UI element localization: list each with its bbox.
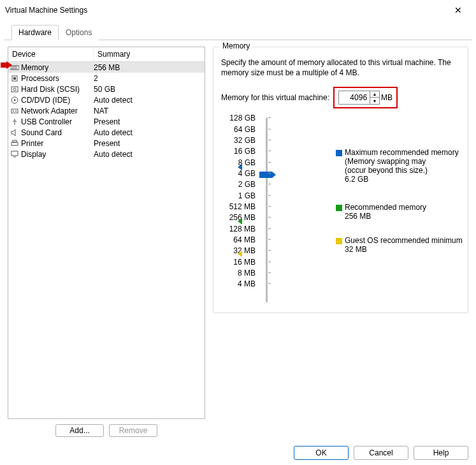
svg-point-8 bbox=[13, 88, 16, 91]
marker-max-icon bbox=[238, 164, 242, 170]
svg-marker-0 bbox=[1, 61, 12, 69]
svg-point-13 bbox=[15, 110, 17, 112]
device-summary: Auto detect bbox=[94, 128, 203, 137]
usb-icon bbox=[10, 117, 20, 126]
col-summary[interactable]: Summary bbox=[94, 47, 205, 61]
scale-label: 64 GB bbox=[221, 125, 256, 134]
scale-tick bbox=[268, 195, 271, 196]
svg-point-12 bbox=[13, 110, 14, 112]
scale-tick bbox=[268, 228, 271, 229]
svg-rect-17 bbox=[11, 151, 18, 156]
memory-legend: Memory bbox=[220, 41, 252, 50]
svg-rect-11 bbox=[11, 109, 18, 113]
device-summary: 256 MB bbox=[94, 63, 203, 72]
ok-button[interactable]: OK bbox=[294, 446, 349, 460]
svg-rect-6 bbox=[13, 77, 16, 80]
legend-min: Guest OS recommended minimum 32 MB bbox=[336, 236, 463, 254]
printer-icon bbox=[10, 139, 20, 148]
device-name: Sound Card bbox=[21, 128, 94, 137]
scale-label: 2 GB bbox=[221, 180, 256, 189]
add-button[interactable]: Add... bbox=[55, 424, 104, 437]
svg-point-10 bbox=[14, 99, 16, 101]
memory-scale-labels: 128 GB64 GB32 GB16 GB8 GB4 GB2 GB1 GB512… bbox=[221, 117, 259, 302]
scale-label: 16 GB bbox=[221, 147, 256, 156]
col-device[interactable]: Device bbox=[8, 47, 94, 61]
device-summary: Auto detect bbox=[94, 96, 203, 105]
scale-label: 512 MB bbox=[221, 202, 256, 211]
device-row-processors[interactable]: Processors2 bbox=[8, 73, 205, 84]
scale-label: 1 GB bbox=[221, 191, 256, 200]
scale-label: 8 MB bbox=[221, 269, 256, 277]
device-row-cd-dvd-ide-[interactable]: CD/DVD (IDE)Auto detect bbox=[8, 94, 205, 105]
scale-tick bbox=[268, 129, 271, 129]
spinner-up-icon[interactable]: ▲ bbox=[370, 91, 379, 98]
memory-slider-track[interactable] bbox=[262, 117, 271, 302]
scale-label: 16 MB bbox=[221, 258, 256, 267]
device-name: Hard Disk (SCSI) bbox=[21, 85, 94, 94]
device-name: Processors bbox=[21, 74, 94, 83]
remove-button: Remove bbox=[109, 424, 157, 437]
svg-rect-15 bbox=[11, 142, 18, 145]
svg-rect-7 bbox=[11, 87, 18, 92]
help-button[interactable]: Help bbox=[414, 446, 468, 460]
close-icon[interactable]: ✕ bbox=[445, 5, 471, 15]
memory-description: Specify the amount of memory allocated t… bbox=[221, 57, 460, 78]
memory-unit: MB bbox=[381, 93, 393, 102]
device-table-header: Device Summary bbox=[8, 47, 205, 62]
square-icon bbox=[336, 238, 342, 244]
device-name: Network Adapter bbox=[21, 107, 94, 115]
device-name: Printer bbox=[21, 139, 94, 148]
device-summary: Present bbox=[94, 117, 203, 126]
device-row-display[interactable]: DisplayAuto detect bbox=[8, 149, 205, 159]
scale-tick bbox=[268, 250, 271, 251]
scale-label: 64 MB bbox=[221, 235, 256, 244]
network-icon bbox=[10, 107, 20, 115]
memory-group: Memory Specify the amount of memory allo… bbox=[213, 47, 468, 313]
scale-tick bbox=[268, 184, 271, 184]
device-row-sound-card[interactable]: Sound CardAuto detect bbox=[8, 127, 205, 138]
square-icon bbox=[336, 150, 342, 156]
cancel-button[interactable]: Cancel bbox=[354, 446, 408, 460]
scale-tick bbox=[268, 283, 271, 284]
device-name: Display bbox=[21, 150, 94, 159]
memory-input-highlight: ▲ ▼ MB bbox=[333, 87, 398, 108]
device-table[interactable]: Device Summary Memory256 MBProcessors2Ha… bbox=[8, 47, 205, 419]
tab-bar: Hardware Options bbox=[4, 20, 472, 40]
scale-tick bbox=[268, 173, 271, 173]
scale-tick bbox=[268, 140, 271, 140]
device-summary: Auto detect bbox=[94, 150, 203, 159]
device-name: USB Controller bbox=[21, 117, 94, 126]
device-row-network-adapter[interactable]: Network AdapterNAT bbox=[8, 105, 205, 116]
scale-tick bbox=[268, 162, 271, 163]
scale-tick bbox=[268, 217, 271, 218]
square-icon bbox=[336, 205, 342, 211]
scale-tick bbox=[268, 239, 271, 240]
device-summary: Present bbox=[94, 139, 203, 148]
window-title: Virtual Machine Settings bbox=[5, 6, 445, 15]
legend-max: Maximum recommended memory (Memory swapp… bbox=[336, 148, 459, 184]
tab-options[interactable]: Options bbox=[59, 25, 99, 40]
scale-tick bbox=[268, 206, 271, 207]
scale-label: 128 MB bbox=[221, 225, 256, 233]
marker-min-icon bbox=[238, 251, 242, 257]
cpu-icon bbox=[10, 74, 20, 83]
device-row-hard-disk-scsi-[interactable]: Hard Disk (SCSI)50 GB bbox=[8, 84, 205, 94]
svg-marker-14 bbox=[11, 129, 15, 136]
sound-icon bbox=[10, 128, 20, 137]
scale-tick bbox=[268, 272, 271, 273]
device-summary: 50 GB bbox=[94, 85, 203, 94]
scale-label: 32 GB bbox=[221, 136, 256, 145]
cd-icon bbox=[10, 96, 20, 105]
legend-recommended: Recommended memory 256 MB bbox=[336, 203, 426, 221]
tab-hardware[interactable]: Hardware bbox=[11, 25, 59, 40]
memory-label: Memory for this virtual machine: bbox=[221, 93, 329, 102]
memory-input[interactable] bbox=[339, 91, 370, 104]
device-row-usb-controller[interactable]: USB ControllerPresent bbox=[8, 116, 205, 127]
svg-rect-16 bbox=[13, 140, 17, 142]
marker-recommended-icon bbox=[238, 218, 242, 225]
spinner-down-icon[interactable]: ▼ bbox=[370, 98, 379, 104]
device-row-printer[interactable]: PrinterPresent bbox=[8, 138, 205, 149]
scale-tick bbox=[268, 117, 271, 118]
device-summary: NAT bbox=[94, 107, 203, 115]
device-row-memory[interactable]: Memory256 MB bbox=[8, 62, 205, 73]
